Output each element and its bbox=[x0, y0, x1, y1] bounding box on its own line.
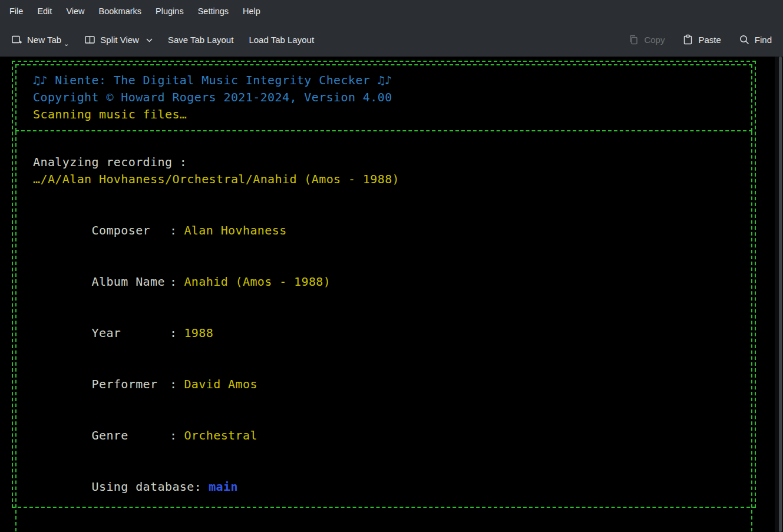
field-value: Alan Hovhaness bbox=[184, 223, 286, 237]
scrollbar-handle[interactable] bbox=[779, 57, 782, 532]
field-value: Orchestral bbox=[184, 428, 257, 442]
app-copyright: Copyright © Howard Rogers 2021-2024, Ver… bbox=[33, 89, 735, 106]
menu-plugins[interactable]: Plugins bbox=[148, 1, 191, 22]
recording-path: …/A/Alan Hovhaness/Orchestral/Anahid (Am… bbox=[33, 171, 735, 188]
tui-outer-frame: ♫♪ Niente: The Digital Music Integrity C… bbox=[12, 61, 756, 508]
field-separator: : bbox=[170, 223, 177, 237]
new-tab-button[interactable]: New Tab ⌄ bbox=[11, 34, 69, 45]
menu-help[interactable]: Help bbox=[236, 1, 267, 22]
field-label: Performer bbox=[92, 376, 170, 393]
field-label: Genre bbox=[92, 427, 170, 444]
menu-file[interactable]: File bbox=[2, 1, 30, 22]
split-view-label: Split View bbox=[100, 35, 139, 45]
field-row-year: Year:1988 bbox=[33, 308, 735, 359]
blank-line bbox=[33, 188, 735, 205]
new-tab-label: New Tab bbox=[27, 35, 61, 45]
paste-icon bbox=[682, 34, 693, 45]
paste-button[interactable]: Paste bbox=[682, 34, 721, 45]
field-separator: : bbox=[170, 428, 177, 442]
save-tab-layout-button[interactable]: Save Tab Layout bbox=[168, 35, 233, 45]
copy-icon bbox=[628, 34, 639, 45]
database-value: main bbox=[209, 480, 238, 494]
terminal-scrollbar[interactable] bbox=[775, 57, 783, 532]
search-icon bbox=[739, 34, 750, 45]
find-label: Find bbox=[755, 35, 772, 45]
terminal-view[interactable]: ♫♪ Niente: The Digital Music Integrity C… bbox=[0, 57, 783, 532]
paste-label: Paste bbox=[698, 35, 721, 45]
load-tab-layout-button[interactable]: Load Tab Layout bbox=[249, 35, 314, 45]
menu-view[interactable]: View bbox=[59, 1, 91, 22]
copy-button[interactable]: Copy bbox=[628, 34, 665, 45]
field-separator: : bbox=[170, 275, 177, 289]
split-view-button[interactable]: Split View bbox=[84, 34, 153, 45]
save-tab-layout-label: Save Tab Layout bbox=[168, 35, 233, 45]
database-line: Using database:main bbox=[33, 461, 735, 513]
analyzing-label: Analyzing recording : bbox=[33, 154, 735, 171]
split-view-icon bbox=[84, 34, 95, 45]
field-row-composer: Composer:Alan Hovhaness bbox=[33, 205, 735, 256]
database-label: Using database: bbox=[92, 480, 202, 494]
load-tab-layout-label: Load Tab Layout bbox=[249, 35, 314, 45]
menu-bookmarks[interactable]: Bookmarks bbox=[92, 1, 149, 22]
new-tab-icon bbox=[11, 34, 22, 45]
copy-label: Copy bbox=[644, 35, 665, 45]
toolbar: New Tab ⌄ Split View Save Tab Layout Loa… bbox=[0, 22, 783, 57]
field-label: Year bbox=[92, 325, 170, 342]
app-title: ♫♪ Niente: The Digital Music Integrity C… bbox=[33, 72, 735, 89]
field-value: 1988 bbox=[184, 326, 213, 340]
field-separator: : bbox=[170, 377, 177, 391]
chevron-down-icon bbox=[146, 38, 153, 42]
field-value: Anahid (Amos - 1988) bbox=[184, 275, 331, 289]
menu-settings[interactable]: Settings bbox=[191, 1, 236, 22]
tui-main-box: Analyzing recording : …/A/Alan Hovhaness… bbox=[15, 131, 752, 532]
chevron-down-icon: ⌄ bbox=[64, 42, 69, 45]
find-button[interactable]: Find bbox=[739, 34, 772, 45]
field-separator: : bbox=[170, 326, 177, 340]
field-label: Album Name bbox=[92, 273, 170, 290]
field-label: Composer bbox=[92, 222, 170, 239]
field-row-performer: Performer:David Amos bbox=[33, 359, 735, 410]
menu-edit[interactable]: Edit bbox=[30, 1, 59, 22]
scan-status: Scanning music files… bbox=[33, 106, 735, 123]
field-row-genre: Genre:Orchestral bbox=[33, 410, 735, 461]
field-row-album: Album Name:Anahid (Amos - 1988) bbox=[33, 256, 735, 308]
tui-header-box: ♫♪ Niente: The Digital Music Integrity C… bbox=[15, 64, 752, 131]
menu-bar: File Edit View Bookmarks Plugins Setting… bbox=[0, 0, 783, 22]
field-value: David Amos bbox=[184, 377, 257, 391]
